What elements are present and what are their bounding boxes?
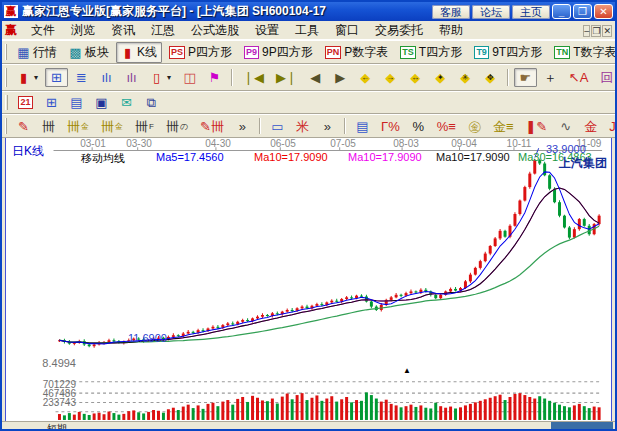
toolbar-separator <box>231 69 233 87</box>
mail-button[interactable]: ✉ <box>115 93 138 112</box>
calendar21-button[interactable]: 21 <box>13 94 38 111</box>
home-button[interactable]: 主页 <box>512 5 550 19</box>
pen-rake-button[interactable]: ✎卌 <box>195 117 229 136</box>
arrow-right-icon: ▶ <box>334 70 347 85</box>
label-tool-button[interactable]: ↖A <box>564 68 594 87</box>
toolbar4-more2-button[interactable]: » <box>316 117 339 136</box>
menu-window[interactable]: 窗口 <box>327 22 367 38</box>
menu-gann[interactable]: 江恩 <box>143 22 183 38</box>
info-panel-button[interactable]: ≣ <box>70 68 93 87</box>
rake-f-button[interactable]: 卌F <box>130 117 159 136</box>
p9-square-button[interactable]: P99P四方形 <box>239 42 318 63</box>
restore-button[interactable]: ❐ <box>573 4 592 19</box>
toolbar-button-label: T数字表 <box>573 44 615 61</box>
ma-value-label: Ma10=17.9090 <box>436 151 510 163</box>
expand-all-button[interactable]: ◆✥ <box>479 68 502 87</box>
menu-formula-stockpick[interactable]: 公式选股 <box>183 22 247 38</box>
kline-button[interactable]: ▮K线 <box>116 42 162 63</box>
sectors-button[interactable]: ▩板块 <box>64 42 114 63</box>
flag-button[interactable]: ⚑ <box>203 68 226 87</box>
rays-tool-button[interactable]: 米 <box>291 117 314 136</box>
j-angle-button[interactable]: J∠ <box>604 117 615 136</box>
chevron-more-icon: » <box>236 119 249 134</box>
menu-logo-icon: 赢 <box>5 22 17 39</box>
wave-button[interactable]: ∿ <box>554 117 577 136</box>
compress-all-button[interactable]: ◆✳ <box>454 68 477 87</box>
p-table-button[interactable]: PNP数字表 <box>320 42 394 63</box>
first-page-button[interactable]: ❘◀ <box>238 68 269 87</box>
fib-percent-button[interactable]: Γ% <box>376 117 405 136</box>
p-square-button[interactable]: PSP四方形 <box>164 42 237 63</box>
mdi-minimize-button[interactable]: – <box>583 25 590 37</box>
figures-button[interactable]: ◫ <box>178 68 201 87</box>
menu-browse[interactable]: 浏览 <box>63 22 103 38</box>
close-button[interactable]: ✕ <box>594 4 613 19</box>
rake-gold1-button[interactable]: 卌金 <box>62 117 94 136</box>
gold-lines-button[interactable]: 金≡ <box>488 117 519 136</box>
t9-square-button[interactable]: T99T四方形 <box>469 42 547 63</box>
toolbar-grip[interactable] <box>5 95 8 110</box>
diamond-left-icon: ◆← <box>359 70 372 85</box>
zoom-region-button[interactable]: ⊞ <box>45 68 68 87</box>
app-logo-icon: 赢 <box>4 5 18 18</box>
title-bar[interactable]: 赢 赢家江恩专业版[赢家服务平台] - [上汽集团 SH600104-17 客服… <box>2 2 615 21</box>
menu-tools[interactable]: 工具 <box>287 22 327 38</box>
next-page-button[interactable]: ▶ <box>329 68 352 87</box>
menu-trade[interactable]: 交易委托 <box>367 22 431 38</box>
toolbar-grip[interactable] <box>5 44 7 60</box>
period-dropdown[interactable]: ▮▾ <box>12 68 43 87</box>
save-button[interactable]: ▣ <box>90 93 113 112</box>
pan-right-button[interactable]: ◆→ <box>379 68 402 87</box>
candle-style-dropdown[interactable]: ▯▾ <box>145 68 176 87</box>
t-square-button[interactable]: TST四方形 <box>395 42 467 63</box>
mdi-close-button[interactable]: ✕ <box>602 25 612 37</box>
bars9-button[interactable]: ılı <box>120 68 143 87</box>
grid-icon: ▦ <box>17 45 30 60</box>
mdi-restore-button[interactable]: ❐ <box>591 25 601 37</box>
menu-help[interactable]: 帮助 <box>431 22 471 38</box>
last-page-button[interactable]: ▶❘ <box>271 68 302 87</box>
percent-button[interactable]: % <box>407 117 430 136</box>
minimize-button[interactable]: _ <box>552 4 571 19</box>
flag-icon: ⚑ <box>208 70 221 85</box>
forum-button[interactable]: 论坛 <box>472 5 510 19</box>
prev-page-button[interactable]: ◀ <box>304 68 327 87</box>
compress-h-button[interactable]: ◆✦ <box>429 68 452 87</box>
menu-news[interactable]: 资讯 <box>103 22 143 38</box>
toolbar-grip[interactable] <box>5 68 7 86</box>
gann-grid-button[interactable]: 回 <box>595 68 615 87</box>
tn-badge-icon: TN <box>554 46 570 59</box>
toolbar-button-label: 9P四方形 <box>262 44 313 61</box>
rake-tool-button[interactable]: 卌 <box>37 117 60 136</box>
percent-lines-button[interactable]: %≡ <box>432 117 461 136</box>
candle-pen-button[interactable]: ❚✎ <box>520 117 552 136</box>
rake-gold2-button[interactable]: 卌金 <box>96 117 128 136</box>
t-table-button[interactable]: TNT数字表 <box>549 42 615 63</box>
kline-chart[interactable] <box>6 138 611 421</box>
export-button[interactable]: ⧉ <box>140 93 163 112</box>
crosshair-tool-button[interactable]: ＋ <box>539 68 562 87</box>
quotes-button[interactable]: ▦行情 <box>12 42 62 63</box>
list-tool-button[interactable]: ▤ <box>351 117 374 136</box>
pan-left-button[interactable]: ◆← <box>354 68 377 87</box>
box-frame-icon: ▭ <box>271 119 284 134</box>
box-tool-button[interactable]: ▭ <box>266 117 289 136</box>
toolbar4-more1-button[interactable]: » <box>231 117 254 136</box>
icon-sub-label: 金 <box>115 121 123 132</box>
expand-h-button[interactable]: ◆↔ <box>404 68 427 87</box>
pen-tool-button[interactable]: ✎ <box>12 117 35 136</box>
status-bar: 短期 <box>2 421 615 429</box>
kline-chart-panel[interactable]: 日K线 03-0103-3004-3006-0507-0508-0309-041… <box>5 138 612 421</box>
toolbar-button-label: T四方形 <box>419 44 462 61</box>
gold-line-button[interactable]: 金 <box>579 117 602 136</box>
notes-button[interactable]: ▤ <box>65 93 88 112</box>
hand-tool-button[interactable]: ☛ <box>514 68 537 87</box>
menu-settings[interactable]: 设置 <box>247 22 287 38</box>
rake-spiral-button[interactable]: 卌の <box>161 117 193 136</box>
matrix-button[interactable]: ⊞ <box>40 93 63 112</box>
menu-file[interactable]: 文件 <box>23 22 63 38</box>
service-button[interactable]: 客服 <box>432 5 470 19</box>
bars3-button[interactable]: ılı <box>95 68 118 87</box>
gold-circle-button[interactable]: ㊎ <box>463 117 486 136</box>
toolbar-grip[interactable] <box>5 118 7 134</box>
